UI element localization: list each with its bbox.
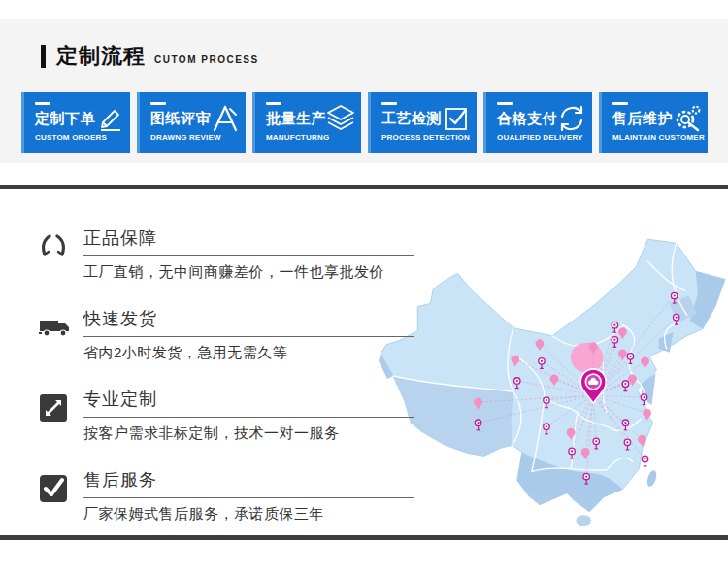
step-drawing-review[interactable]: 图纸评审 DRAWNG REVIEW bbox=[137, 92, 246, 153]
step-label-zh: 图纸评审 bbox=[150, 110, 211, 128]
drafting-compass-icon bbox=[211, 104, 240, 133]
service-desc: 按客户需求非标定制，技术一对一服务 bbox=[83, 424, 414, 443]
step-label-zh: 批量生产 bbox=[266, 110, 326, 128]
step-after-sales-maintain[interactable]: 售后维护 MLAINTAIN CUSTOMER bbox=[599, 92, 708, 153]
service-desc: 工厂直销，无中间商赚差价，一件也享批发价 bbox=[83, 263, 414, 282]
step-label-en: PROCESS DETECTION bbox=[381, 133, 470, 142]
service-row-custom: 专业定制 按客户需求非标定制，技术一对一服务 bbox=[39, 388, 417, 443]
step-label-en: MLAINTAIN CUSTOMER bbox=[612, 133, 705, 142]
step-label-zh: 售后维护 bbox=[612, 110, 673, 128]
service-desc: 省内2小时发货，急用无需久等 bbox=[83, 344, 414, 362]
service-row-genuine: 正品保障 工厂直销，无中间商赚差价，一件也享批发价 bbox=[39, 226, 417, 282]
dash-decor bbox=[497, 102, 513, 105]
service-title: 正品保障 bbox=[83, 226, 414, 256]
service-title: 售后服务 bbox=[83, 468, 414, 498]
step-label-zh: 工艺检测 bbox=[381, 110, 442, 128]
service-title: 快速发货 bbox=[83, 307, 414, 337]
step-label-en: MANUFCTURNG bbox=[266, 133, 329, 142]
section-header: 定制流程 CUTOM PROCESS bbox=[41, 45, 259, 68]
gear-wrench-icon bbox=[673, 104, 702, 133]
pencil-icon bbox=[95, 104, 124, 133]
header-accent-bar bbox=[41, 45, 46, 68]
service-title: 专业定制 bbox=[83, 388, 414, 418]
step-process-detection[interactable]: 工艺检测 PROCESS DETECTION bbox=[368, 92, 477, 153]
step-label-en: OUALIFIED DELIVERY bbox=[497, 133, 583, 142]
dash-decor bbox=[150, 102, 166, 105]
step-label-zh: 合格支付 bbox=[497, 110, 557, 128]
dash-decor bbox=[35, 102, 50, 105]
service-guarantees: 正品保障 工厂直销，无中间商赚差价，一件也享批发价 快速发货 省内2小时发货，急… bbox=[39, 226, 417, 549]
diagonal-resize-icon bbox=[39, 393, 68, 423]
service-desc: 厂家保姆式售后服务，承诺质保三年 bbox=[83, 505, 414, 524]
dash-decor bbox=[381, 102, 397, 105]
service-row-after-sales: 售后服务 厂家保姆式售后服务，承诺质保三年 bbox=[39, 468, 417, 524]
hands-icon bbox=[39, 232, 68, 261]
refresh-arrows-icon bbox=[557, 104, 586, 133]
dash-decor bbox=[266, 102, 281, 105]
check-square-icon bbox=[442, 104, 471, 133]
step-qualified-delivery[interactable]: 合格支付 OUALIFIED DELIVERY bbox=[483, 92, 592, 153]
layers-icon bbox=[326, 104, 355, 133]
truck-icon bbox=[39, 313, 70, 342]
separator-bar-bottom bbox=[0, 535, 728, 540]
page: 定制流程 CUTOM PROCESS 定制下单 CUSTOM OROERS 图纸… bbox=[0, 0, 728, 577]
step-batch-production[interactable]: 批量生产 MANUFCTURNG bbox=[252, 92, 361, 153]
step-label-en: CUSTOM OROERS bbox=[35, 133, 107, 142]
section-title: 定制流程 bbox=[56, 45, 146, 68]
separator-bar-top bbox=[0, 185, 728, 189]
step-custom-orders[interactable]: 定制下单 CUSTOM OROERS bbox=[21, 92, 130, 153]
taiwan-island bbox=[645, 469, 658, 489]
service-row-fast-shipping: 快速发货 省内2小时发货，急用无需久等 bbox=[39, 307, 417, 362]
step-label-zh: 定制下单 bbox=[35, 110, 95, 128]
china-map bbox=[377, 236, 728, 531]
step-label-en: DRAWNG REVIEW bbox=[150, 133, 221, 142]
section-subtitle: CUTOM PROCESS bbox=[154, 54, 259, 68]
hainan-island bbox=[576, 515, 591, 526]
process-steps: 定制下单 CUSTOM OROERS 图纸评审 DRAWNG REVIEW 批量… bbox=[21, 92, 708, 153]
checkmark-icon bbox=[39, 474, 68, 503]
dash-decor bbox=[612, 102, 628, 105]
highlighted-province bbox=[571, 343, 604, 373]
map-pin bbox=[642, 456, 647, 466]
